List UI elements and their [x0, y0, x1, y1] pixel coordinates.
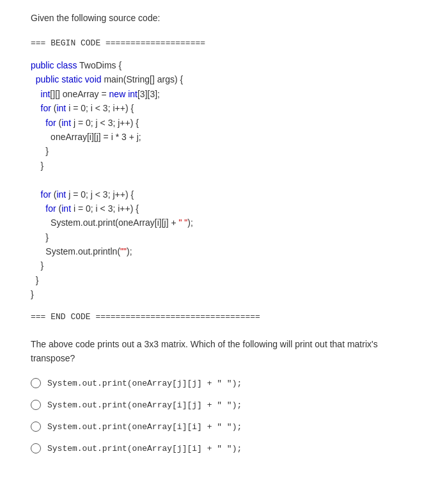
option-a[interactable]: System.out.print(oneArray[j][j] + " ");	[31, 378, 407, 388]
option-d[interactable]: System.out.print(oneArray[j][i] + " ");	[31, 443, 407, 453]
begin-delimiter: === BEGIN CODE ====================	[31, 38, 205, 48]
code-line: }	[31, 287, 407, 301]
option-c[interactable]: System.out.print(oneArray[i][i] + " ");	[31, 421, 407, 432]
code-line: }	[31, 230, 407, 244]
option-d-text: System.out.print(oneArray[j][i] + " ");	[47, 444, 242, 453]
options-container: System.out.print(oneArray[j][j] + " "); …	[31, 378, 407, 453]
code-line: System.out.println("");	[31, 244, 407, 258]
code-line: }	[31, 159, 407, 173]
intro-text: Given the following source code:	[31, 13, 407, 23]
radio-a[interactable]	[31, 378, 41, 388]
code-line: System.out.print(oneArray[i][j] + " ");	[31, 216, 407, 230]
code-line: oneArray[i][j] = i * 3 + j;	[31, 130, 407, 144]
code-line: public class TwoDims {	[31, 58, 407, 72]
code-line: public static void main(String[] args) {	[31, 72, 407, 86]
option-b-text: System.out.print(oneArray[i][j] + " ");	[47, 400, 242, 410]
code-line: }	[31, 258, 407, 272]
radio-d[interactable]	[31, 443, 41, 453]
code-section: public class TwoDims { public static voi…	[31, 58, 407, 302]
option-a-text: System.out.print(oneArray[j][j] + " ");	[47, 379, 242, 388]
end-delimiter: === END CODE ===========================…	[31, 312, 260, 322]
code-line	[31, 173, 407, 187]
question-text: The above code prints out a 3x3 matrix. …	[31, 337, 407, 366]
radio-c[interactable]	[31, 421, 41, 432]
option-b[interactable]: System.out.print(oneArray[i][j] + " ");	[31, 400, 407, 410]
code-line: for (int j = 0; j < 3; j++) {	[31, 187, 407, 201]
option-c-text: System.out.print(oneArray[i][i] + " ");	[47, 422, 242, 432]
radio-b[interactable]	[31, 400, 41, 410]
code-line: }	[31, 144, 407, 158]
code-line: for (int i = 0; i < 3; i++) {	[31, 101, 407, 115]
code-line: }	[31, 273, 407, 287]
code-line: for (int i = 0; i < 3; i++) {	[31, 201, 407, 216]
code-line: int[][] oneArray = new int[3][3];	[31, 87, 407, 101]
code-line: for (int j = 0; j < 3; j++) {	[31, 116, 407, 130]
